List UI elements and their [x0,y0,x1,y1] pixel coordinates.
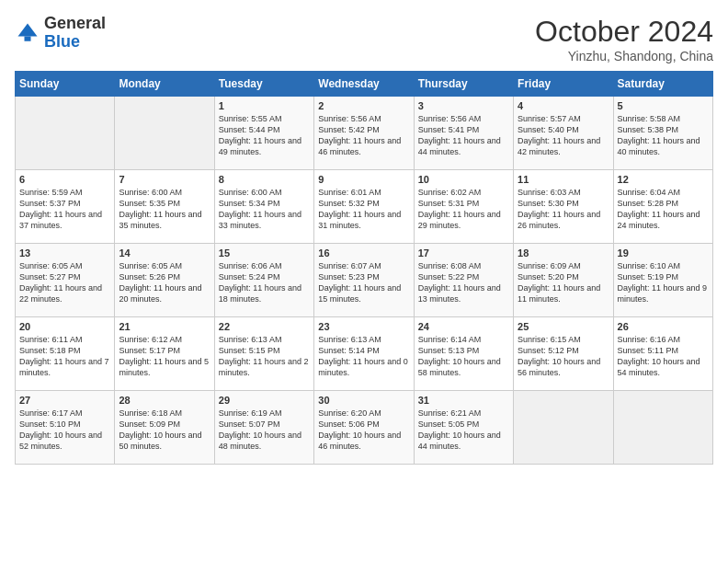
day-number: 28 [119,395,210,406]
day-info: Sunrise: 6:17 AMSunset: 5:10 PMDaylight:… [19,408,110,453]
day-info: Sunrise: 6:05 AMSunset: 5:26 PMDaylight:… [119,260,210,305]
calendar-cell: 26Sunrise: 6:16 AMSunset: 5:11 PMDayligh… [613,317,712,391]
day-number: 12 [618,174,709,185]
calendar-cell: 4Sunrise: 5:57 AMSunset: 5:40 PMDaylight… [514,97,613,170]
day-info: Sunrise: 6:19 AMSunset: 5:07 PMDaylight:… [219,408,310,453]
day-number: 2 [318,100,409,111]
location-subtitle: Yinzhu, Shandong, China [535,49,713,63]
day-info: Sunrise: 6:00 AMSunset: 5:35 PMDaylight:… [119,187,210,232]
calendar-cell: 24Sunrise: 6:14 AMSunset: 5:13 PMDayligh… [414,317,513,391]
day-number: 25 [518,321,609,332]
day-info: Sunrise: 6:09 AMSunset: 5:20 PMDaylight:… [518,260,609,305]
svg-rect-1 [25,36,31,40]
day-info: Sunrise: 5:55 AMSunset: 5:44 PMDaylight:… [219,113,310,158]
calendar-cell: 8Sunrise: 6:00 AMSunset: 5:34 PMDaylight… [214,170,313,244]
logo-text: General Blue [44,15,106,52]
day-info: Sunrise: 5:57 AMSunset: 5:40 PMDaylight:… [518,113,609,158]
day-info: Sunrise: 6:15 AMSunset: 5:12 PMDaylight:… [518,334,609,379]
day-number: 20 [19,321,110,332]
calendar-cell: 28Sunrise: 6:18 AMSunset: 5:09 PMDayligh… [115,391,214,465]
calendar-cell: 21Sunrise: 6:12 AMSunset: 5:17 PMDayligh… [115,317,214,391]
day-of-week-header: Saturday [613,72,712,97]
svg-marker-0 [18,23,38,36]
title-block: October 2024 Yinzhu, Shandong, China [535,15,713,63]
calendar-cell: 9Sunrise: 6:01 AMSunset: 5:32 PMDaylight… [314,170,414,244]
day-number: 5 [618,100,709,111]
logo: General Blue [15,15,106,52]
day-info: Sunrise: 6:05 AMSunset: 5:27 PMDaylight:… [19,260,110,305]
day-info: Sunrise: 6:04 AMSunset: 5:28 PMDaylight:… [618,187,709,232]
page-header: General Blue October 2024 Yinzhu, Shando… [15,15,713,63]
day-number: 29 [219,395,310,406]
logo-icon [15,20,40,46]
day-info: Sunrise: 6:07 AMSunset: 5:23 PMDaylight:… [318,260,409,305]
day-number: 23 [318,321,409,332]
day-info: Sunrise: 6:02 AMSunset: 5:31 PMDaylight:… [418,187,509,232]
calendar-cell: 27Sunrise: 6:17 AMSunset: 5:10 PMDayligh… [16,391,115,465]
calendar-cell: 11Sunrise: 6:03 AMSunset: 5:30 PMDayligh… [514,170,613,244]
calendar-cell: 20Sunrise: 6:11 AMSunset: 5:18 PMDayligh… [16,317,115,391]
calendar-week-row: 13Sunrise: 6:05 AMSunset: 5:27 PMDayligh… [16,244,713,317]
calendar-week-row: 20Sunrise: 6:11 AMSunset: 5:18 PMDayligh… [16,317,713,391]
day-of-week-header: Tuesday [214,72,313,97]
day-info: Sunrise: 6:13 AMSunset: 5:15 PMDaylight:… [219,334,310,379]
calendar-cell: 15Sunrise: 6:06 AMSunset: 5:24 PMDayligh… [214,244,313,317]
calendar-header-row: SundayMondayTuesdayWednesdayThursdayFrid… [16,72,713,97]
calendar-cell: 6Sunrise: 5:59 AMSunset: 5:37 PMDaylight… [16,170,115,244]
day-info: Sunrise: 6:18 AMSunset: 5:09 PMDaylight:… [119,408,210,453]
day-of-week-header: Thursday [414,72,513,97]
calendar-cell: 1Sunrise: 5:55 AMSunset: 5:44 PMDaylight… [214,97,313,170]
day-number: 4 [518,100,609,111]
day-info: Sunrise: 6:03 AMSunset: 5:30 PMDaylight:… [518,187,609,232]
calendar-cell [613,391,712,465]
calendar-week-row: 27Sunrise: 6:17 AMSunset: 5:10 PMDayligh… [16,391,713,465]
day-number: 14 [119,247,210,259]
calendar-cell: 2Sunrise: 5:56 AMSunset: 5:42 PMDaylight… [314,97,414,170]
day-info: Sunrise: 5:58 AMSunset: 5:38 PMDaylight:… [618,113,709,158]
calendar-cell: 29Sunrise: 6:19 AMSunset: 5:07 PMDayligh… [214,391,313,465]
day-of-week-header: Wednesday [314,72,414,97]
day-info: Sunrise: 6:21 AMSunset: 5:05 PMDaylight:… [418,408,509,453]
day-number: 26 [618,321,709,332]
day-of-week-header: Monday [115,72,214,97]
calendar-cell: 23Sunrise: 6:13 AMSunset: 5:14 PMDayligh… [314,317,414,391]
day-info: Sunrise: 6:08 AMSunset: 5:22 PMDaylight:… [418,260,509,305]
day-number: 24 [418,321,509,332]
day-number: 18 [518,247,609,259]
day-info: Sunrise: 5:56 AMSunset: 5:41 PMDaylight:… [418,113,509,158]
calendar-week-row: 6Sunrise: 5:59 AMSunset: 5:37 PMDaylight… [16,170,713,244]
day-info: Sunrise: 5:56 AMSunset: 5:42 PMDaylight:… [318,113,409,158]
calendar-cell: 17Sunrise: 6:08 AMSunset: 5:22 PMDayligh… [414,244,513,317]
calendar-cell [514,391,613,465]
day-info: Sunrise: 6:06 AMSunset: 5:24 PMDaylight:… [219,260,310,305]
calendar-week-row: 1Sunrise: 5:55 AMSunset: 5:44 PMDaylight… [16,97,713,170]
day-number: 15 [219,247,310,259]
calendar-cell: 19Sunrise: 6:10 AMSunset: 5:19 PMDayligh… [613,244,712,317]
calendar-cell: 14Sunrise: 6:05 AMSunset: 5:26 PMDayligh… [115,244,214,317]
day-number: 10 [418,174,509,185]
calendar-cell: 10Sunrise: 6:02 AMSunset: 5:31 PMDayligh… [414,170,513,244]
day-number: 13 [19,247,110,259]
day-number: 22 [219,321,310,332]
day-number: 21 [119,321,210,332]
day-info: Sunrise: 6:14 AMSunset: 5:13 PMDaylight:… [418,334,509,379]
day-info: Sunrise: 6:16 AMSunset: 5:11 PMDaylight:… [618,334,709,379]
calendar-cell: 12Sunrise: 6:04 AMSunset: 5:28 PMDayligh… [613,170,712,244]
calendar-cell: 5Sunrise: 5:58 AMSunset: 5:38 PMDaylight… [613,97,712,170]
calendar-cell: 22Sunrise: 6:13 AMSunset: 5:15 PMDayligh… [214,317,313,391]
calendar-cell [115,97,214,170]
day-info: Sunrise: 6:20 AMSunset: 5:06 PMDaylight:… [318,408,409,453]
day-number: 3 [418,100,509,111]
calendar-cell: 16Sunrise: 6:07 AMSunset: 5:23 PMDayligh… [314,244,414,317]
day-info: Sunrise: 6:00 AMSunset: 5:34 PMDaylight:… [219,187,310,232]
day-number: 19 [618,247,709,259]
calendar-cell: 31Sunrise: 6:21 AMSunset: 5:05 PMDayligh… [414,391,513,465]
day-info: Sunrise: 6:12 AMSunset: 5:17 PMDaylight:… [119,334,210,379]
day-number: 11 [518,174,609,185]
calendar-cell: 7Sunrise: 6:00 AMSunset: 5:35 PMDaylight… [115,170,214,244]
day-number: 7 [119,174,210,185]
day-number: 27 [19,395,110,406]
day-of-week-header: Sunday [16,72,115,97]
calendar-cell: 18Sunrise: 6:09 AMSunset: 5:20 PMDayligh… [514,244,613,317]
day-of-week-header: Friday [514,72,613,97]
